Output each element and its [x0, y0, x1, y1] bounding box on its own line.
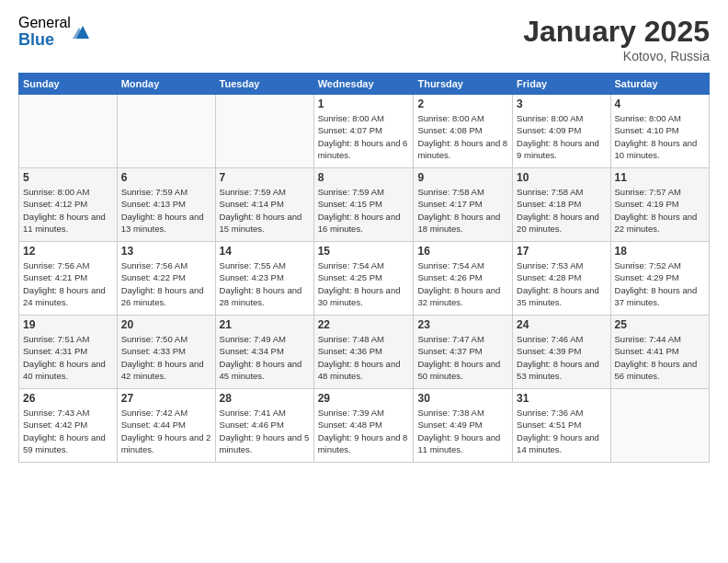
header-friday: Friday: [513, 74, 610, 95]
header: General Blue January 2025 Kotovo, Russia: [18, 15, 710, 63]
calendar-cell: 24Sunrise: 7:46 AM Sunset: 4:39 PM Dayli…: [513, 316, 610, 389]
day-info: Sunrise: 7:38 AM Sunset: 4:49 PM Dayligh…: [417, 407, 508, 455]
calendar-cell: 6Sunrise: 7:59 AM Sunset: 4:13 PM Daylig…: [117, 168, 215, 242]
calendar-cell: 20Sunrise: 7:50 AM Sunset: 4:33 PM Dayli…: [117, 316, 215, 389]
calendar-cell: 31Sunrise: 7:36 AM Sunset: 4:51 PM Dayli…: [513, 389, 610, 463]
calendar-cell: 14Sunrise: 7:55 AM Sunset: 4:23 PM Dayli…: [215, 242, 313, 316]
calendar-week-0: 1Sunrise: 8:00 AM Sunset: 4:07 PM Daylig…: [19, 95, 710, 168]
day-info: Sunrise: 7:55 AM Sunset: 4:23 PM Dayligh…: [220, 259, 310, 308]
day-number: 28: [220, 392, 310, 405]
day-number: 6: [121, 171, 211, 184]
header-saturday: Saturday: [610, 74, 709, 95]
day-number: 30: [417, 392, 508, 405]
calendar-cell: 15Sunrise: 7:54 AM Sunset: 4:25 PM Dayli…: [313, 242, 414, 316]
calendar-cell: 13Sunrise: 7:56 AM Sunset: 4:22 PM Dayli…: [117, 242, 215, 316]
header-tuesday: Tuesday: [215, 74, 313, 95]
day-number: 21: [220, 318, 310, 331]
calendar-week-4: 26Sunrise: 7:43 AM Sunset: 4:42 PM Dayli…: [19, 389, 710, 463]
logo-text: General Blue: [18, 15, 71, 49]
calendar-cell: 9Sunrise: 7:58 AM Sunset: 4:17 PM Daylig…: [414, 168, 513, 242]
day-info: Sunrise: 7:58 AM Sunset: 4:18 PM Dayligh…: [517, 186, 606, 235]
day-info: Sunrise: 7:54 AM Sunset: 4:25 PM Dayligh…: [318, 259, 410, 308]
day-info: Sunrise: 7:46 AM Sunset: 4:39 PM Dayligh…: [517, 333, 606, 382]
day-number: 25: [615, 318, 705, 331]
calendar-cell: [117, 95, 215, 168]
day-info: Sunrise: 7:59 AM Sunset: 4:15 PM Dayligh…: [318, 186, 410, 235]
day-number: 29: [318, 392, 410, 405]
calendar-cell: 8Sunrise: 7:59 AM Sunset: 4:15 PM Daylig…: [313, 168, 414, 242]
calendar-header-row: Sunday Monday Tuesday Wednesday Thursday…: [19, 74, 710, 95]
logo: General Blue: [18, 15, 93, 49]
day-info: Sunrise: 7:42 AM Sunset: 4:44 PM Dayligh…: [121, 407, 211, 455]
day-number: 24: [517, 318, 606, 331]
calendar-cell: [19, 95, 118, 168]
calendar-cell: 1Sunrise: 8:00 AM Sunset: 4:07 PM Daylig…: [313, 95, 414, 168]
day-info: Sunrise: 7:56 AM Sunset: 4:21 PM Dayligh…: [23, 259, 113, 308]
day-number: 1: [318, 98, 410, 110]
day-info: Sunrise: 7:52 AM Sunset: 4:29 PM Dayligh…: [615, 259, 705, 308]
day-info: Sunrise: 7:53 AM Sunset: 4:28 PM Dayligh…: [517, 259, 606, 308]
day-number: 15: [318, 245, 410, 258]
logo-icon: [73, 22, 93, 42]
day-info: Sunrise: 8:00 AM Sunset: 4:09 PM Dayligh…: [517, 112, 606, 161]
calendar-cell: 25Sunrise: 7:44 AM Sunset: 4:41 PM Dayli…: [610, 316, 709, 389]
header-wednesday: Wednesday: [313, 74, 414, 95]
location: Kotovo, Russia: [523, 49, 710, 63]
day-number: 31: [517, 392, 606, 405]
day-info: Sunrise: 7:59 AM Sunset: 4:14 PM Dayligh…: [220, 186, 310, 235]
calendar-cell: 10Sunrise: 7:58 AM Sunset: 4:18 PM Dayli…: [513, 168, 610, 242]
calendar-cell: 17Sunrise: 7:53 AM Sunset: 4:28 PM Dayli…: [513, 242, 610, 316]
day-info: Sunrise: 7:51 AM Sunset: 4:31 PM Dayligh…: [23, 333, 113, 382]
calendar-cell: 23Sunrise: 7:47 AM Sunset: 4:37 PM Dayli…: [414, 316, 513, 389]
calendar-cell: 26Sunrise: 7:43 AM Sunset: 4:42 PM Dayli…: [19, 389, 118, 463]
day-info: Sunrise: 8:00 AM Sunset: 4:12 PM Dayligh…: [23, 186, 113, 235]
day-number: 20: [121, 318, 211, 331]
day-info: Sunrise: 7:43 AM Sunset: 4:42 PM Dayligh…: [23, 407, 113, 455]
day-info: Sunrise: 8:00 AM Sunset: 4:08 PM Dayligh…: [417, 112, 508, 161]
month-title: January 2025: [523, 15, 710, 49]
calendar-cell: [215, 95, 313, 168]
calendar-week-1: 5Sunrise: 8:00 AM Sunset: 4:12 PM Daylig…: [19, 168, 710, 242]
day-number: 3: [517, 98, 606, 110]
logo-general: General: [18, 15, 71, 31]
calendar-week-3: 19Sunrise: 7:51 AM Sunset: 4:31 PM Dayli…: [19, 316, 710, 389]
day-number: 16: [417, 245, 508, 258]
day-number: 8: [318, 171, 410, 184]
day-number: 27: [121, 392, 211, 405]
calendar-cell: 12Sunrise: 7:56 AM Sunset: 4:21 PM Dayli…: [19, 242, 118, 316]
logo-blue: Blue: [18, 31, 71, 50]
day-number: 11: [615, 171, 705, 184]
calendar-cell: 28Sunrise: 7:41 AM Sunset: 4:46 PM Dayli…: [215, 389, 313, 463]
day-info: Sunrise: 7:49 AM Sunset: 4:34 PM Dayligh…: [220, 333, 310, 382]
day-number: 10: [517, 171, 606, 184]
day-info: Sunrise: 7:39 AM Sunset: 4:48 PM Dayligh…: [318, 407, 410, 455]
day-info: Sunrise: 7:48 AM Sunset: 4:36 PM Dayligh…: [318, 333, 410, 382]
day-number: 2: [417, 98, 508, 110]
day-number: 17: [517, 245, 606, 258]
calendar-cell: 2Sunrise: 8:00 AM Sunset: 4:08 PM Daylig…: [414, 95, 513, 168]
calendar-cell: 27Sunrise: 7:42 AM Sunset: 4:44 PM Dayli…: [117, 389, 215, 463]
day-info: Sunrise: 7:54 AM Sunset: 4:26 PM Dayligh…: [417, 259, 508, 308]
day-number: 9: [417, 171, 508, 184]
day-number: 14: [220, 245, 310, 258]
day-info: Sunrise: 8:00 AM Sunset: 4:07 PM Dayligh…: [318, 112, 410, 161]
day-info: Sunrise: 7:36 AM Sunset: 4:51 PM Dayligh…: [517, 407, 606, 455]
day-number: 7: [220, 171, 310, 184]
day-number: 19: [23, 318, 113, 331]
day-info: Sunrise: 7:41 AM Sunset: 4:46 PM Dayligh…: [220, 407, 310, 455]
day-info: Sunrise: 7:44 AM Sunset: 4:41 PM Dayligh…: [615, 333, 705, 382]
day-number: 13: [121, 245, 211, 258]
calendar-cell: 7Sunrise: 7:59 AM Sunset: 4:14 PM Daylig…: [215, 168, 313, 242]
calendar-cell: 4Sunrise: 8:00 AM Sunset: 4:10 PM Daylig…: [610, 95, 709, 168]
calendar-cell: [610, 389, 709, 463]
day-number: 5: [23, 171, 113, 184]
calendar-cell: 29Sunrise: 7:39 AM Sunset: 4:48 PM Dayli…: [313, 389, 414, 463]
calendar-week-2: 12Sunrise: 7:56 AM Sunset: 4:21 PM Dayli…: [19, 242, 710, 316]
day-info: Sunrise: 8:00 AM Sunset: 4:10 PM Dayligh…: [615, 112, 705, 161]
day-info: Sunrise: 7:56 AM Sunset: 4:22 PM Dayligh…: [121, 259, 211, 308]
calendar-cell: 16Sunrise: 7:54 AM Sunset: 4:26 PM Dayli…: [414, 242, 513, 316]
calendar-cell: 21Sunrise: 7:49 AM Sunset: 4:34 PM Dayli…: [215, 316, 313, 389]
day-info: Sunrise: 7:59 AM Sunset: 4:13 PM Dayligh…: [121, 186, 211, 235]
calendar-table: Sunday Monday Tuesday Wednesday Thursday…: [18, 73, 710, 463]
calendar-cell: 11Sunrise: 7:57 AM Sunset: 4:19 PM Dayli…: [610, 168, 709, 242]
